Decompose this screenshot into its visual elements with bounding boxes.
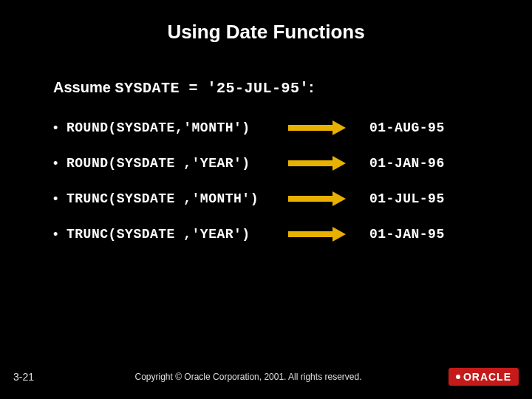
function-expression: ROUND(SYSDATE ,'YEAR') — [66, 156, 288, 171]
arrow-cell — [288, 158, 369, 168]
bullet-icon: • — [53, 156, 66, 171]
function-expression: TRUNC(SYSDATE ,'YEAR') — [66, 227, 288, 242]
assume-label: Assume — [53, 79, 115, 95]
arrow-icon — [288, 229, 347, 239]
copyright-text: Copyright © Oracle Corporation, 2001. Al… — [53, 372, 443, 382]
function-result: 01-JAN-95 — [369, 227, 445, 242]
assume-expr: SYSDATE = '25-JUL-95' — [115, 80, 309, 97]
oracle-logo: ORACLE — [449, 368, 519, 386]
function-row: • TRUNC(SYSDATE ,'YEAR') 01-JAN-95 — [53, 216, 488, 252]
arrow-icon — [288, 194, 347, 204]
arrow-icon — [288, 158, 347, 168]
arrow-cell — [288, 229, 369, 239]
function-row: • TRUNC(SYSDATE ,'MONTH') 01-JUL-95 — [53, 181, 488, 216]
function-row: • ROUND(SYSDATE,'MONTH') 01-AUG-95 — [53, 110, 488, 146]
function-rows: • ROUND(SYSDATE,'MONTH') 01-AUG-95 • ROU… — [53, 110, 488, 252]
slide: Using Date Functions Assume SYSDATE = '2… — [0, 0, 532, 399]
footer: 3-21 Copyright © Oracle Corporation, 200… — [0, 368, 532, 386]
function-result: 01-JUL-95 — [369, 191, 445, 206]
page-number: 3-21 — [0, 371, 53, 383]
arrow-cell — [288, 194, 369, 204]
arrow-icon — [288, 123, 347, 133]
arrow-cell — [288, 123, 369, 133]
function-result: 01-AUG-95 — [369, 120, 445, 135]
function-row: • ROUND(SYSDATE ,'YEAR') 01-JAN-96 — [53, 146, 488, 181]
bullet-icon: • — [53, 227, 66, 242]
function-expression: ROUND(SYSDATE,'MONTH') — [66, 120, 288, 135]
logo-text: ORACLE — [463, 371, 511, 383]
slide-title: Using Date Functions — [0, 0, 532, 44]
assume-suffix: : — [309, 79, 314, 95]
bullet-icon: • — [53, 191, 66, 207]
bullet-icon: • — [53, 120, 66, 136]
assume-line: Assume SYSDATE = '25-JUL-95': — [53, 79, 532, 97]
logo-container: ORACLE — [443, 368, 532, 386]
function-result: 01-JAN-96 — [369, 156, 445, 171]
function-expression: TRUNC(SYSDATE ,'MONTH') — [66, 191, 288, 206]
